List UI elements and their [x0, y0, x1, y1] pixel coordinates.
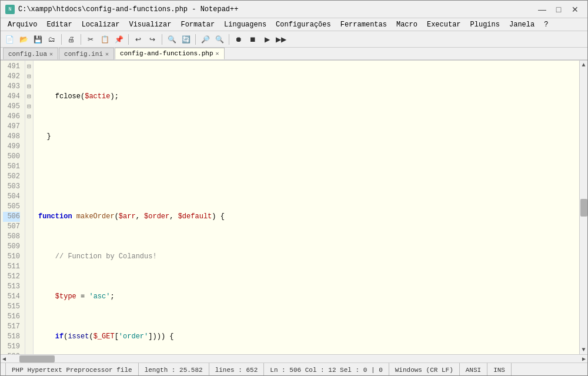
- code-line-495: // Function by Colandus!: [38, 252, 574, 262]
- menu-configuracoes[interactable]: Configurações: [271, 19, 336, 30]
- titlebar-left: N C:\xampp\htdocs\config-and-functions.p…: [5, 5, 238, 14]
- scrollbar-thumb-horizontal[interactable]: [19, 355, 55, 362]
- window-title: C:\xampp\htdocs\config-and-functions.php…: [18, 5, 238, 14]
- statusbar-charset: ANSI: [460, 363, 487, 376]
- copy-button[interactable]: 📋: [98, 33, 111, 46]
- menu-arquivo[interactable]: Arquivo: [3, 19, 42, 30]
- menu-macro[interactable]: Macro: [392, 19, 422, 30]
- zoom-out-button[interactable]: 🔍: [213, 33, 226, 46]
- statusbar-length: length : 25.582: [139, 363, 209, 376]
- code-editor[interactable]: fclose($actie); } function makeOrder($ar…: [34, 61, 579, 354]
- run-button[interactable]: ▶▶: [275, 33, 288, 46]
- menu-janela[interactable]: Janela: [505, 19, 539, 30]
- menu-visualizar[interactable]: Visualizar: [124, 19, 176, 30]
- menu-editar[interactable]: Editar: [42, 19, 76, 30]
- statusbar-position: Ln : 506 Col : 12 Sel : 0 | 0: [264, 363, 389, 376]
- app-window: N C:\xampp\htdocs\config-and-functions.p…: [0, 0, 588, 376]
- tab-label-config-lua: config.lua: [8, 51, 47, 58]
- scrollbar-horizontal[interactable]: ◀ ▶: [1, 354, 587, 362]
- macro-play-button[interactable]: ▶: [260, 33, 273, 46]
- tab-config-lua[interactable]: config.lua ✕: [3, 48, 58, 59]
- tab-close-config-ini[interactable]: ✕: [105, 51, 109, 58]
- menu-executar[interactable]: Executar: [422, 19, 466, 30]
- sep1: [61, 34, 62, 45]
- print-button[interactable]: 🖨: [65, 33, 78, 46]
- sep4: [162, 34, 162, 45]
- scrollbar-vertical[interactable]: ▲ ▼: [579, 61, 587, 354]
- save-all-button[interactable]: 🗂: [45, 33, 58, 46]
- redo-button[interactable]: ↪: [146, 33, 159, 46]
- code-line-496: $type = 'asc';: [38, 292, 574, 302]
- tab-config-ini[interactable]: config.ini ✕: [59, 48, 114, 59]
- toolbar: 📄 📂 💾 🗂 🖨 ✂ 📋 📌 ↩ ↪ 🔍 🔄 🔎 🔍 ⏺ ⏹ ▶ ▶▶: [1, 31, 587, 48]
- close-button[interactable]: ✕: [567, 2, 583, 17]
- tab-close-config-functions[interactable]: ✕: [216, 50, 219, 57]
- macro-record-button[interactable]: ⏺: [232, 33, 245, 46]
- tab-label-config-ini: config.ini: [64, 51, 103, 58]
- cut-button[interactable]: ✂: [84, 33, 97, 46]
- statusbar-encoding: Windows (CR LF): [389, 363, 460, 376]
- titlebar: N C:\xampp\htdocs\config-and-functions.p…: [1, 1, 587, 18]
- menu-linguagens[interactable]: Linguagens: [219, 19, 271, 30]
- find-button[interactable]: 🔍: [165, 33, 178, 46]
- statusbar-ins: INS: [487, 363, 512, 376]
- code-line-497: if(isset($_GET['order']))) {: [38, 332, 574, 342]
- sep2: [81, 34, 81, 45]
- maximize-button[interactable]: □: [551, 2, 566, 17]
- sep6: [229, 34, 229, 45]
- macro-stop-button[interactable]: ⏹: [246, 33, 259, 46]
- window-controls: — □ ✕: [534, 2, 583, 17]
- line-numbers: 491 492 493 494 495 496 497 498 499 500 …: [1, 61, 25, 354]
- code-line-493: [38, 172, 574, 182]
- menu-help[interactable]: ?: [539, 19, 553, 30]
- save-button[interactable]: 💾: [31, 33, 44, 46]
- tab-config-functions[interactable]: config-and-functions.php ✕: [115, 48, 224, 59]
- undo-button[interactable]: ↩: [132, 33, 145, 46]
- statusbar-lines: lines : 652: [209, 363, 265, 376]
- zoom-in-button[interactable]: 🔎: [199, 33, 212, 46]
- statusbar-filetype: PHP Hypertext Preprocessor file: [5, 363, 139, 376]
- scroll-left-arrow[interactable]: ◀: [1, 355, 8, 362]
- open-button[interactable]: 📂: [17, 33, 30, 46]
- menu-localizar[interactable]: Localizar: [77, 19, 125, 30]
- menubar: Arquivo Editar Localizar Visualizar Form…: [1, 18, 587, 31]
- replace-button[interactable]: 🔄: [179, 33, 192, 46]
- tab-close-config-lua[interactable]: ✕: [49, 51, 53, 58]
- app-icon: N: [5, 5, 15, 14]
- menu-formatar[interactable]: Formatar: [176, 19, 219, 30]
- code-line-492: }: [38, 132, 574, 142]
- scrollbar-thumb-vertical[interactable]: [580, 199, 587, 217]
- editor-container: 491 492 493 494 495 496 497 498 499 500 …: [1, 61, 587, 354]
- sep3: [128, 34, 129, 45]
- menu-ferramentas[interactable]: Ferramentas: [336, 19, 392, 30]
- scroll-right-arrow[interactable]: ▶: [580, 355, 587, 362]
- paste-button[interactable]: 📌: [112, 33, 125, 46]
- new-button[interactable]: 📄: [3, 33, 16, 46]
- scroll-up-arrow[interactable]: ▲: [580, 61, 586, 69]
- minimize-button[interactable]: —: [534, 2, 550, 17]
- tabbar: config.lua ✕ config.ini ✕ config-and-fun…: [1, 48, 587, 61]
- code-line-494: function makeOrder($arr, $order, $defaul…: [38, 212, 574, 222]
- code-line-491: fclose($actie);: [38, 92, 574, 102]
- fold-gutter: ⊟ ⊟ ⊟ ⊟: [25, 61, 34, 354]
- statusbar: PHP Hypertext Preprocessor file length :…: [1, 362, 587, 376]
- sep5: [195, 34, 196, 45]
- menu-plugins[interactable]: Plugins: [466, 19, 505, 30]
- scroll-down-arrow[interactable]: ▼: [580, 345, 586, 354]
- tab-label-config-functions: config-and-functions.php: [120, 50, 213, 57]
